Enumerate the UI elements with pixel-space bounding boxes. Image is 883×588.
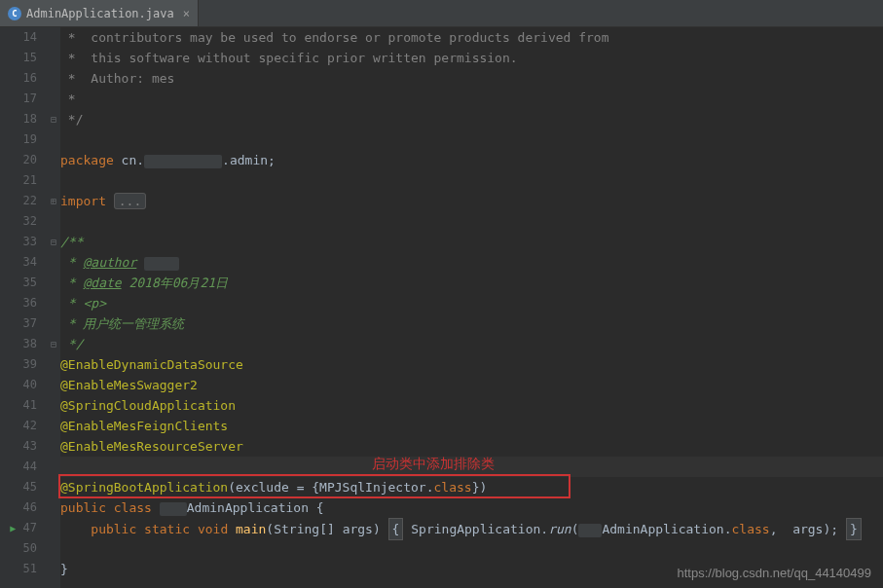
code-line: @EnableMesSwagger2 bbox=[60, 375, 883, 395]
code-line: /** bbox=[60, 232, 883, 252]
code-line: * Author: mes bbox=[60, 68, 883, 89]
fold-end-icon[interactable]: ⊟ bbox=[47, 334, 60, 354]
code-line bbox=[60, 170, 883, 191]
code-line: @EnableDynamicDataSource bbox=[60, 354, 883, 375]
code-line: @EnableMesResourceServer bbox=[60, 436, 883, 457]
fold-start-icon[interactable]: ⊟ bbox=[47, 232, 60, 252]
code-line: public static void main(String[] args) {… bbox=[60, 518, 883, 538]
code-line bbox=[60, 538, 883, 559]
code-line: */ bbox=[60, 334, 883, 354]
code-line: import ... bbox=[60, 191, 883, 211]
code-content-area[interactable]: 启动类中添加排除类 * contributors may be used to … bbox=[60, 27, 883, 588]
run-icon[interactable]: ▶ bbox=[10, 523, 16, 533]
code-line: public class AdminApplication { bbox=[60, 497, 883, 518]
code-line: * contributors may be used to endorse or… bbox=[60, 27, 883, 48]
tab-filename: AdminApplication.java bbox=[26, 7, 174, 20]
line-number-gutter: 14 15 16 17 18 19 20 21 22 32 33 34 35 3… bbox=[0, 27, 47, 588]
code-line: package cn..admin; bbox=[60, 150, 883, 170]
watermark: https://blog.csdn.net/qq_44140499 bbox=[678, 566, 872, 580]
code-line: * @author bbox=[60, 252, 883, 273]
code-line: * this software without specific prior w… bbox=[60, 48, 883, 68]
code-line: * <p> bbox=[60, 293, 883, 313]
code-line: * bbox=[60, 89, 883, 109]
code-line: * 用户统一管理系统 bbox=[60, 313, 883, 334]
code-line: @SpringBootApplication(exclude = {MPJSql… bbox=[60, 477, 883, 497]
code-line bbox=[60, 211, 883, 232]
fold-expand-icon[interactable]: ⊞ bbox=[47, 191, 60, 211]
annotation-label: 启动类中添加排除类 bbox=[372, 456, 495, 473]
code-line: @SpringCloudApplication bbox=[60, 395, 883, 416]
java-class-icon: C bbox=[8, 7, 21, 20]
tab-bar: C AdminApplication.java × bbox=[0, 0, 883, 27]
code-line: @EnableMesFeignClients bbox=[60, 416, 883, 436]
code-editor[interactable]: 14 15 16 17 18 19 20 21 22 32 33 34 35 3… bbox=[0, 27, 883, 588]
code-line bbox=[60, 129, 883, 150]
file-tab[interactable]: C AdminApplication.java × bbox=[0, 0, 199, 26]
close-icon[interactable]: × bbox=[183, 7, 190, 20]
fold-end-icon[interactable]: ⊟ bbox=[47, 109, 60, 129]
code-line: * @date 2018年06月21日 bbox=[60, 273, 883, 293]
fold-column: ⊟ ⊞ ⊟ ⊟ bbox=[47, 27, 60, 588]
code-line: */ bbox=[60, 109, 883, 129]
